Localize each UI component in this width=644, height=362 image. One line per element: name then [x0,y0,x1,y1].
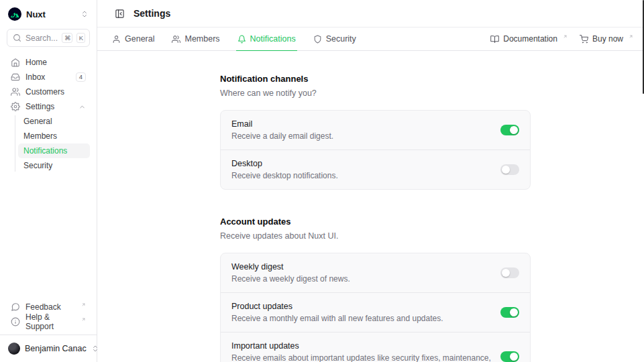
setting-description: Receive a weekly digest of news. [231,274,492,284]
setting-text: Weekly digest Receive a weekly digest of… [231,262,492,284]
help-support-link[interactable]: Help & Support [7,314,90,329]
info-icon [11,317,20,326]
page-header: Settings [97,0,644,27]
setting-row-email: Email Receive a daily email digest. [221,111,530,149]
section-title: Notification channels [220,74,531,84]
inbox-icon [11,72,20,82]
sidebar-item-members[interactable]: Members [18,129,90,143]
notification-channels-section: Notification channels Where can we notif… [220,74,531,190]
sidebar-item-general[interactable]: General [18,114,90,129]
tab-label: Security [326,34,356,44]
setting-label: Weekly digest [231,262,492,272]
sidebar-item-home[interactable]: Home [7,55,90,70]
sidebar-item-customers[interactable]: Customers [7,84,90,99]
bell-icon [237,35,246,44]
setting-description: Receive emails about important updates l… [231,353,492,362]
settings-content: Notification channels Where can we notif… [220,51,531,362]
setting-text: Product updates Receive a monthly email … [231,302,492,323]
email-toggle[interactable] [500,125,519,135]
sidebar-item-settings[interactable]: Settings [7,99,90,114]
section-subtitle: Receive updates about Nuxt UI. [220,231,531,241]
setting-label: Important updates [231,341,492,351]
weekly-digest-toggle[interactable] [500,267,519,278]
settings-card: Email Receive a daily email digest. Desk… [220,110,531,190]
sidebar-item-label: Customers [25,87,86,97]
desktop-toggle[interactable] [500,164,519,175]
sidebar-item-label: Security [23,161,52,170]
setting-row-desktop: Desktop Receive desktop notifications. [221,149,530,189]
external-link-icon [563,34,568,39]
setting-row-weekly-digest: Weekly digest Receive a weekly digest of… [221,253,530,292]
sidebar-item-label: Notifications [23,146,67,156]
search-icon [13,34,21,42]
kbd-k: K [76,33,85,43]
sidebar-item-inbox[interactable]: Inbox 4 [7,70,90,84]
setting-row-product-updates: Product updates Receive a monthly email … [221,292,530,332]
page-title: Settings [133,8,170,19]
documentation-link[interactable]: Documentation [490,27,568,50]
section-subtitle: Where can we notify you? [220,88,531,98]
chevrons-up-down-icon [80,10,89,18]
cart-icon [580,35,588,44]
sidebar-item-label: Home [25,58,86,67]
tab-notifications[interactable]: Notifications [237,27,296,50]
sidebar-item-label: General [23,117,52,126]
app-window: Nuxt Search... ⌘ K Home Inbox 4 Customer… [0,0,644,362]
action-label: Buy now [592,34,623,44]
panel-left-icon [115,9,125,19]
buy-now-button[interactable]: Buy now [580,27,633,50]
external-link-icon [81,317,86,322]
setting-row-important-updates: Important updates Receive emails about i… [221,332,530,362]
tab-general[interactable]: General [112,27,154,50]
external-link-icon [629,34,633,39]
account-updates-section: Account updates Receive updates about Nu… [220,217,531,362]
tab-members[interactable]: Members [172,27,219,50]
settings-card: Weekly digest Receive a weekly digest of… [220,253,531,362]
setting-description: Receive a daily email digest. [231,131,492,141]
tab-security[interactable]: Security [313,27,356,50]
sidebar-item-notifications[interactable]: Notifications [18,143,90,158]
header-actions: Documentation Buy now [490,27,633,50]
user-icon [112,35,121,44]
nuxt-logo-icon [8,7,21,21]
tab-label: General [125,34,154,44]
sidebar-item-label: Inbox [25,72,70,82]
footer-link-label: Help & Support [25,312,74,331]
main-panel: Settings General Members Notifications [97,0,644,362]
tab-bar: General Members Notifications Security [97,27,644,51]
collapse-sidebar-button[interactable] [112,6,127,21]
kbd-cmd: ⌘ [62,33,72,43]
setting-label: Product updates [231,302,492,311]
important-updates-toggle[interactable] [500,351,519,362]
shield-icon [313,35,322,44]
user-name: Benjamin Canac [25,344,87,353]
users-icon [172,35,180,44]
workspace-switcher[interactable]: Nuxt [8,6,89,22]
search-input[interactable]: Search... ⌘ K [7,29,90,47]
tab-label: Members [184,34,219,44]
footer-link-label: Feedback [25,302,74,312]
avatar [8,343,20,355]
chevron-up-icon [78,103,86,111]
sidebar-divider [0,335,97,335]
settings-subnav: General Members Notifications Security [15,114,90,173]
sidebar-item-label: Members [23,131,57,141]
sidebar-spacer [7,173,90,300]
sidebar: Nuxt Search... ⌘ K Home Inbox 4 Customer… [0,0,97,362]
workspace-name: Nuxt [26,9,76,19]
tab-label: Notifications [250,34,296,44]
users-icon [11,87,20,97]
setting-label: Email [231,119,492,129]
book-icon [490,35,499,44]
tabs: General Members Notifications Security [112,27,356,50]
user-menu[interactable]: Benjamin Canac [7,341,90,357]
external-link-icon [81,302,86,307]
section-title: Account updates [220,217,531,227]
setting-label: Desktop [231,159,492,168]
product-updates-toggle[interactable] [500,307,519,318]
setting-description: Receive a monthly email with all new fea… [231,314,492,323]
inbox-count-badge: 4 [76,72,86,82]
setting-text: Desktop Receive desktop notifications. [231,159,492,180]
sidebar-item-security[interactable]: Security [18,158,90,173]
setting-description: Receive desktop notifications. [231,171,492,180]
